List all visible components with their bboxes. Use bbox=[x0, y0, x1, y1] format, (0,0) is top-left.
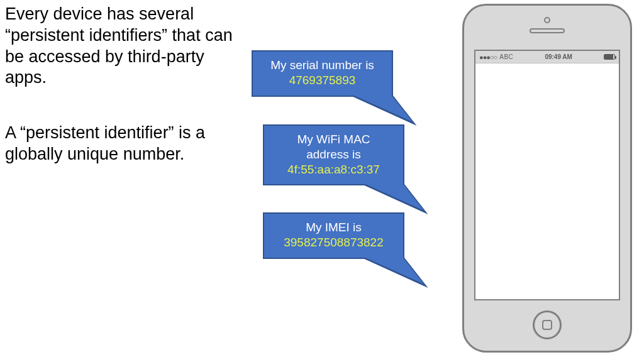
speech-bubble-wifi-mac: My WiFi MAC address is 4f:55:aa:a8:c3:37 bbox=[263, 124, 404, 185]
imei-label: My IMEI is bbox=[272, 220, 396, 235]
home-button-icon bbox=[542, 320, 552, 330]
carrier-label: ABC bbox=[499, 53, 513, 60]
speech-bubble-imei: My IMEI is 395827508873822 bbox=[263, 212, 404, 259]
phone-camera-icon bbox=[544, 17, 550, 23]
serial-value: 4769375893 bbox=[260, 73, 384, 88]
intro-paragraph-2: A “persistent identifier” is a globally … bbox=[5, 123, 244, 165]
wifi-label-line2: address is bbox=[272, 147, 396, 162]
home-button[interactable] bbox=[533, 310, 562, 339]
speech-bubble-serial: My serial number is 4769375893 bbox=[252, 50, 393, 97]
phone-earpiece-icon bbox=[530, 28, 565, 33]
serial-label: My serial number is bbox=[260, 58, 384, 73]
intro-paragraph-1: Every device has several “persistent ide… bbox=[5, 4, 244, 89]
battery-icon bbox=[604, 54, 615, 60]
imei-value: 395827508873822 bbox=[272, 235, 396, 250]
phone-screen: ●●●○○ ABC 09:49 AM bbox=[474, 50, 620, 300]
wifi-label-line1: My WiFi MAC bbox=[272, 132, 396, 147]
status-bar: ●●●○○ ABC 09:49 AM bbox=[475, 51, 619, 63]
signal-strength-icon: ●●●○○ bbox=[479, 53, 497, 61]
wifi-mac-value: 4f:55:aa:a8:c3:37 bbox=[272, 162, 396, 177]
status-time: 09:49 AM bbox=[545, 53, 572, 60]
phone-mockup: ●●●○○ ABC 09:49 AM bbox=[462, 4, 632, 353]
